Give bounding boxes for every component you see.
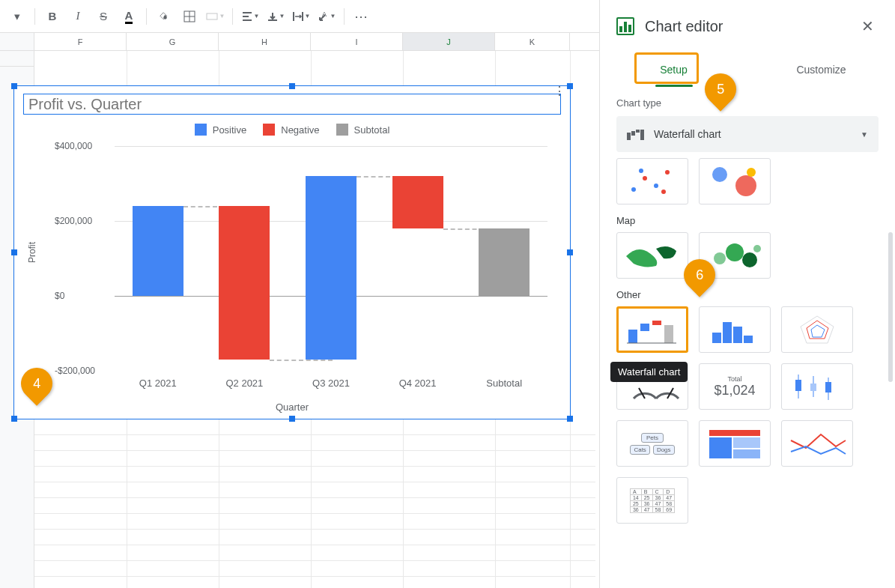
col-header-F[interactable]: F (34, 33, 127, 50)
svg-point-12 (643, 176, 647, 181)
chevron-down-icon: ▼ (861, 130, 868, 139)
svg-rect-46 (733, 437, 760, 448)
resize-handle[interactable] (289, 83, 295, 89)
resize-handle[interactable] (289, 416, 295, 422)
resize-handle[interactable] (567, 416, 573, 422)
panel-tabs: Setup Customize 5 (600, 52, 895, 87)
section-map: Map (616, 215, 879, 226)
bar-slot: Subtotal (461, 146, 547, 371)
wrap-button[interactable]: ▼ (290, 5, 312, 28)
bar-slot: Q3 2021 (288, 146, 374, 371)
y-tick: $200,000 (55, 216, 92, 226)
legend-positive[interactable]: Positive (195, 124, 247, 136)
col-header-G[interactable]: G (127, 33, 219, 50)
toolbar-more-button[interactable]: ⋯ (351, 5, 373, 28)
y-tick: $400,000 (55, 141, 92, 151)
thumb-scorecard[interactable]: Total$1,024 (699, 363, 771, 410)
chart-type-label: Chart type (616, 97, 879, 109)
tab-customize[interactable]: Customize (747, 52, 895, 87)
bar-negative[interactable] (392, 176, 443, 228)
svg-rect-39 (795, 380, 801, 391)
waterfall-icon (627, 128, 643, 140)
legend-subtotal[interactable]: Subtotal (336, 124, 390, 136)
chart-object[interactable]: ⋮ Profit vs. Quarter Positive Negative S… (13, 85, 571, 419)
panel-header: Chart editor ✕ (600, 0, 895, 52)
svg-point-13 (654, 184, 658, 188)
thumb-scatter[interactable] (616, 158, 688, 204)
merge-button[interactable]: ▼ (204, 5, 226, 28)
strikethrough-button[interactable]: S (92, 5, 115, 28)
chart-type-dropdown[interactable]: Waterfall chart ▼ (616, 116, 879, 152)
thumb-histogram[interactable] (699, 306, 771, 353)
v-align-button[interactable]: ▼ (264, 5, 287, 28)
close-icon[interactable]: ✕ (857, 13, 879, 40)
x-category: Q1 2021 (115, 378, 201, 389)
more-left-icon[interactable]: ▾ (6, 5, 28, 28)
corner-stub[interactable] (0, 33, 34, 50)
x-axis-label: Quarter (14, 401, 570, 413)
svg-point-22 (742, 252, 757, 267)
chart-editor-panel: Chart editor ✕ Setup Customize 5 Chart t… (599, 0, 895, 588)
tooltip-waterfall: Waterfall chart (610, 362, 688, 382)
bar-positive[interactable] (133, 206, 183, 296)
fill-color-button[interactable] (153, 5, 175, 28)
bold-button[interactable]: B (41, 5, 64, 28)
resize-handle[interactable] (11, 416, 17, 422)
resize-handle[interactable] (567, 83, 573, 89)
thumb-timeline[interactable] (781, 420, 853, 467)
thumb-treemap[interactable] (699, 420, 771, 467)
svg-rect-44 (709, 430, 760, 436)
thumb-table[interactable]: ABCD 14253647 25364758 36475869 (616, 477, 688, 524)
svg-point-18 (735, 175, 756, 196)
col-header-H[interactable]: H (219, 33, 311, 50)
panel-body: Chart type Waterfall chart ▼ Map 6 Other (600, 87, 895, 588)
panel-scrollbar[interactable] (888, 150, 893, 524)
chart-title-input[interactable]: Profit vs. Quarter (23, 94, 561, 115)
thumb-geo[interactable] (616, 232, 688, 279)
x-category: Q4 2021 (374, 378, 461, 389)
svg-point-23 (753, 245, 761, 252)
thumb-waterfall[interactable] (616, 306, 688, 353)
bar-positive[interactable] (306, 176, 357, 360)
chart-type-value: Waterfall chart (654, 128, 721, 140)
chart-legend: Positive Negative Subtotal (14, 124, 570, 136)
svg-point-19 (747, 168, 756, 177)
thumb-bubble[interactable] (699, 158, 771, 204)
svg-rect-27 (664, 325, 673, 343)
svg-point-15 (639, 169, 643, 173)
svg-marker-34 (807, 321, 828, 339)
svg-rect-29 (712, 333, 721, 343)
thumb-radar[interactable] (781, 306, 853, 353)
h-align-button[interactable]: ▼ (239, 5, 261, 28)
y-axis-label: Profit (27, 242, 37, 263)
col-header-I[interactable]: I (311, 33, 403, 50)
section-other: Other (616, 289, 879, 300)
resize-handle[interactable] (567, 249, 573, 255)
thumb-candlestick[interactable] (781, 363, 853, 410)
rotate-button[interactable]: A▼ (315, 5, 338, 28)
resize-handle[interactable] (11, 83, 17, 89)
borders-button[interactable] (178, 5, 201, 28)
col-header-J[interactable]: J (403, 33, 495, 50)
legend-negative[interactable]: Negative (263, 124, 319, 136)
chart-editor-icon (616, 17, 634, 35)
svg-point-14 (665, 170, 670, 175)
svg-point-11 (631, 187, 636, 192)
bar-negative[interactable] (219, 206, 270, 360)
chart-title-text: Profit vs. Quarter (28, 96, 142, 113)
col-header-K[interactable]: K (495, 33, 570, 50)
svg-rect-3 (207, 13, 217, 19)
plot-area: $400,000 $200,000 $0 -$200,000 Q1 2021 (55, 146, 555, 371)
svg-rect-24 (628, 330, 637, 343)
bar-slot: Q4 2021 (374, 146, 461, 371)
y-tick: -$200,000 (55, 366, 95, 376)
thumb-org[interactable]: PetsCatsDogs (616, 420, 688, 467)
x-category: Subtotal (461, 378, 547, 389)
svg-rect-32 (744, 336, 753, 343)
svg-rect-45 (709, 437, 732, 458)
resize-handle[interactable] (11, 249, 17, 255)
italic-button[interactable]: I (67, 5, 89, 28)
text-color-button[interactable]: A (118, 5, 140, 28)
x-category: Q3 2021 (288, 378, 374, 389)
bar-subtotal[interactable] (479, 228, 530, 296)
